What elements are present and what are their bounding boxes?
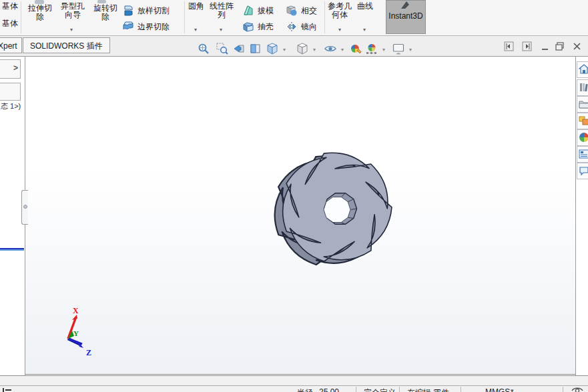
boundary-cut-icon: [121, 20, 135, 33]
tab-dimxpert[interactable]: Xpert: [0, 37, 22, 53]
appearances-scenes-tab[interactable]: [577, 129, 588, 146]
previous-view-icon[interactable]: [232, 42, 246, 55]
units-selector[interactable]: MMGS: [485, 387, 510, 392]
minimize-button[interactable]: [541, 41, 551, 51]
statusbar-left-icon: [3, 387, 13, 392]
chevron-down-icon[interactable]: ▾: [283, 47, 286, 53]
apply-scene-icon[interactable]: [365, 42, 378, 55]
solidworks-resources-icon: [577, 65, 588, 77]
status-bar: 半径 25.00 完全定义 在编辑 零件 MMGS ▾: [0, 375, 588, 392]
revolved-cut-button[interactable]: 旋转切 除: [89, 0, 121, 36]
view-orientation-icon[interactable]: [266, 42, 279, 55]
solidworks-forum-icon: [577, 167, 588, 178]
task-pane: [575, 57, 588, 375]
boundary-cut-button[interactable]: 边界切除: [121, 19, 170, 34]
handle-dot-icon: [23, 205, 27, 209]
chevron-down-icon[interactable]: ▾: [194, 27, 197, 33]
panel-collapse-handle[interactable]: [21, 190, 28, 225]
edit-appearance-icon[interactable]: [349, 42, 362, 55]
expand-arrow-icon: >: [13, 63, 18, 73]
zoom-to-fit-icon[interactable]: [197, 42, 210, 55]
instant3d-icon: [400, 1, 412, 9]
separator: [184, 1, 185, 33]
collapse-left-button[interactable]: [504, 41, 514, 51]
loft-cut-icon: [121, 4, 135, 17]
tab-solidworks-addins[interactable]: SOLIDWORKS 插件: [23, 37, 110, 53]
separator: [563, 387, 563, 392]
chevron-down-icon[interactable]: ▾: [382, 47, 385, 53]
view-settings-icon[interactable]: [392, 42, 405, 55]
mirror-button[interactable]: 镜向: [285, 19, 317, 34]
command-manager: 基体 基体 拉伸切 除 异型孔 向导 ▾ 旋转切 除 放样切割 边界切除 圆角 …: [0, 0, 588, 36]
extruded-cut-button[interactable]: 拉伸切 除: [24, 0, 56, 36]
tab-row: Xpert SOLIDWORKS 插件 ▾▾▾▾▾: [0, 36, 588, 57]
appearances-scenes-icon: [577, 133, 588, 145]
rollback-bar[interactable]: [0, 248, 24, 251]
statusbar-divider: [0, 385, 588, 386]
display-style-icon[interactable]: [296, 42, 309, 55]
units-caret-icon[interactable]: ▾: [511, 387, 514, 392]
radius-label: 半径: [297, 387, 313, 392]
loft-cut-button[interactable]: 放样切割: [121, 3, 170, 18]
hole-opening: [324, 197, 350, 223]
view-palette-tab[interactable]: [577, 113, 588, 129]
chevron-down-icon[interactable]: ▾: [313, 47, 316, 53]
separator: [461, 387, 461, 392]
panel-filter-box[interactable]: [0, 83, 21, 101]
triad-y-label: Y: [73, 329, 79, 337]
main-area: > 态 1>) XYZ: [0, 57, 588, 375]
design-library-icon: [577, 83, 588, 95]
separator: [324, 1, 325, 33]
zoom-to-area-icon[interactable]: [216, 42, 229, 55]
draft-button[interactable]: 拔模: [242, 3, 274, 18]
orientation-triad: XYZ: [62, 307, 109, 360]
triad-x-label: X: [73, 307, 79, 315]
hide-show-items-icon[interactable]: [324, 42, 337, 55]
file-explorer-tab[interactable]: [577, 96, 588, 113]
close-button[interactable]: [572, 41, 582, 51]
radius-value: 25.00: [319, 387, 339, 392]
solidworks-resources-tab[interactable]: [577, 61, 588, 78]
custom-properties-icon: [577, 150, 588, 161]
chevron-down-icon[interactable]: ▾: [70, 27, 73, 33]
graphics-area[interactable]: XYZ: [25, 57, 575, 375]
intersect-button[interactable]: 相交: [285, 3, 317, 18]
intersect-icon: [285, 4, 298, 17]
chevron-down-icon[interactable]: ▾: [220, 27, 222, 33]
chevron-down-icon[interactable]: ▾: [363, 27, 366, 33]
fully-defined-status: 完全定义: [364, 387, 396, 392]
triad-x-arrowhead: [72, 315, 77, 320]
base-label-bottom: 基体: [0, 19, 20, 28]
eye-tag-icon[interactable]: [571, 387, 583, 392]
collapse-right-button[interactable]: [522, 41, 532, 51]
triad-z-label: Z: [86, 348, 91, 357]
mirror-icon: [285, 20, 298, 33]
solidworks-forum-tab[interactable]: [577, 163, 588, 179]
chevron-down-icon[interactable]: ▾: [341, 47, 344, 53]
instant3d-button[interactable]: Instant3D: [386, 0, 426, 34]
draft-icon: [242, 4, 255, 17]
shell-button[interactable]: 抽壳: [242, 19, 274, 34]
panel-flyout-button[interactable]: >: [0, 59, 21, 79]
chevron-down-icon[interactable]: ▾: [338, 27, 341, 33]
separator: [399, 387, 400, 392]
chevron-down-icon[interactable]: ▾: [409, 47, 412, 53]
section-view-icon[interactable]: [249, 42, 262, 55]
file-explorer-icon: [577, 100, 588, 111]
design-library-tab[interactable]: [577, 79, 588, 96]
editing-part-status: 在编辑 零件: [407, 387, 449, 392]
display-state-label: 态 1>): [1, 101, 21, 111]
view-palette-icon: [577, 117, 588, 128]
separator: [21, 1, 21, 33]
base-label-top: 基体: [0, 2, 20, 11]
shell-icon: [242, 20, 255, 33]
separator: [356, 387, 356, 392]
restore-button[interactable]: [555, 41, 565, 51]
custom-properties-tab[interactable]: [577, 146, 588, 163]
